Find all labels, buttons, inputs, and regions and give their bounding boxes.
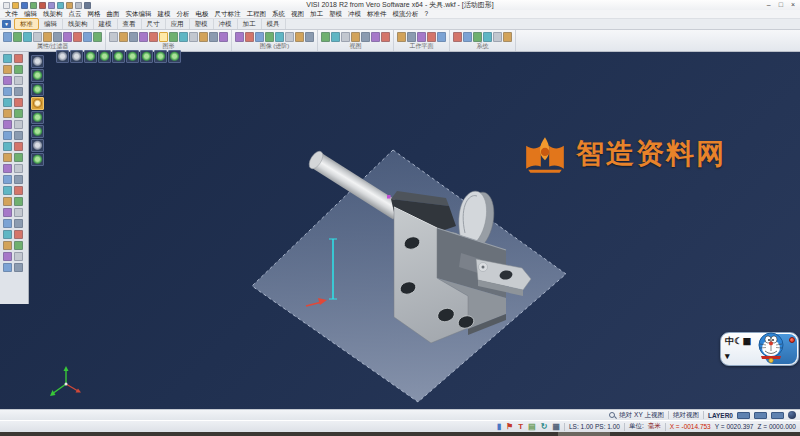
- menu-item-7[interactable]: 建模: [155, 10, 174, 18]
- ribbon-tool-icon[interactable]: [463, 32, 472, 42]
- text-tool-icon[interactable]: T: [518, 422, 523, 431]
- ribbon-tool-icon[interactable]: [407, 32, 416, 42]
- menu-item-10[interactable]: 尺寸标注: [212, 10, 244, 18]
- panel-tool-icon[interactable]: [14, 186, 23, 195]
- ribbon-tool-icon[interactable]: [109, 32, 118, 42]
- ribbon-tool-icon[interactable]: [245, 32, 254, 42]
- tab-5[interactable]: 尺寸: [142, 19, 166, 29]
- customize-arrow-icon[interactable]: [84, 2, 91, 9]
- menu-item-19[interactable]: ?: [422, 10, 432, 18]
- tab-9[interactable]: 加工: [238, 19, 262, 29]
- grid-icon[interactable]: ▦: [552, 422, 560, 431]
- ribbon-tool-icon[interactable]: [321, 32, 330, 42]
- panel-tool-icon[interactable]: [3, 153, 12, 162]
- panel-tool-icon[interactable]: [3, 219, 12, 228]
- save-icon[interactable]: [21, 2, 28, 9]
- panel-tool-icon[interactable]: [14, 54, 23, 63]
- panel-tool-icon[interactable]: [3, 76, 12, 85]
- panel-tool-icon[interactable]: [14, 252, 23, 261]
- menu-item-14[interactable]: 加工: [307, 10, 326, 18]
- ime-status-widget[interactable]: 中☾▦▾: [720, 329, 799, 369]
- panel-tool-icon[interactable]: [3, 131, 12, 140]
- paste-icon[interactable]: [57, 2, 64, 9]
- ribbon-tool-icon[interactable]: [169, 32, 178, 42]
- viewport-3d[interactable]: [0, 52, 800, 409]
- panel-tool-icon[interactable]: [14, 164, 23, 173]
- menu-item-11[interactable]: 工程图: [244, 10, 270, 18]
- maximize-button[interactable]: □: [779, 1, 783, 9]
- ribbon-tool-icon[interactable]: [83, 32, 92, 42]
- tab-3[interactable]: 建模: [94, 19, 118, 29]
- close-button[interactable]: ×: [791, 1, 795, 9]
- side-button-5[interactable]: [31, 125, 44, 138]
- save-as-icon[interactable]: [30, 2, 37, 9]
- side-button-4[interactable]: [31, 111, 44, 124]
- ribbon-tool-icon[interactable]: [275, 32, 284, 42]
- ribbon-tool-icon[interactable]: [427, 32, 436, 42]
- panel-tool-icon[interactable]: [14, 230, 23, 239]
- menu-item-15[interactable]: 塑模: [326, 10, 345, 18]
- tab-4[interactable]: 查看: [118, 19, 142, 29]
- ribbon-tool-icon[interactable]: [397, 32, 406, 42]
- ribbon-tool-icon[interactable]: [23, 32, 32, 42]
- panel-tool-icon[interactable]: [3, 186, 12, 195]
- panel-tool-icon[interactable]: [3, 197, 12, 206]
- ribbon-tool-icon[interactable]: [381, 32, 390, 42]
- side-button-7[interactable]: [31, 153, 44, 166]
- view-button-2[interactable]: [84, 50, 97, 63]
- ribbon-tool-icon[interactable]: [305, 32, 314, 42]
- panel-tool-icon[interactable]: [3, 241, 12, 250]
- new-file-icon[interactable]: [3, 2, 10, 9]
- refresh-icon[interactable]: ↻: [541, 422, 548, 431]
- tab-10[interactable]: 模具: [262, 19, 286, 29]
- panel-tool-icon[interactable]: [3, 142, 12, 151]
- menu-item-6[interactable]: 实体编辑: [123, 10, 155, 18]
- document-icon[interactable]: ▤: [528, 422, 536, 431]
- menu-arrow-icon[interactable]: ▾: [725, 351, 730, 362]
- tab-8[interactable]: 冲模: [214, 19, 238, 29]
- view-button-7[interactable]: [154, 50, 167, 63]
- panel-tool-icon[interactable]: [14, 76, 23, 85]
- menu-item-4[interactable]: 网格: [85, 10, 104, 18]
- ribbon-tool-icon[interactable]: [199, 32, 208, 42]
- panel-tool-icon[interactable]: [3, 208, 12, 217]
- ribbon-tool-icon[interactable]: [371, 32, 380, 42]
- panel-tool-icon[interactable]: [3, 98, 12, 107]
- panel-tool-icon[interactable]: [3, 109, 12, 118]
- menu-item-2[interactable]: 线架构: [40, 10, 66, 18]
- ribbon-tool-icon[interactable]: [149, 32, 158, 42]
- tab-6[interactable]: 应用: [166, 19, 190, 29]
- ribbon-tool-icon[interactable]: [53, 32, 62, 42]
- ribbon-tool-icon[interactable]: [255, 32, 264, 42]
- ribbon-tool-icon[interactable]: [33, 32, 42, 42]
- side-button-6[interactable]: [31, 139, 44, 152]
- ribbon-tool-icon[interactable]: [437, 32, 446, 42]
- panel-tool-icon[interactable]: [3, 230, 12, 239]
- tab-0[interactable]: 标准: [14, 18, 39, 30]
- ribbon-tool-icon[interactable]: [129, 32, 138, 42]
- copy-icon[interactable]: [48, 2, 55, 9]
- ribbon-tool-icon[interactable]: [93, 32, 102, 42]
- panel-tool-icon[interactable]: [14, 120, 23, 129]
- side-button-1[interactable]: [31, 69, 44, 82]
- panel-tool-icon[interactable]: [14, 175, 23, 184]
- panel-tool-icon[interactable]: [14, 65, 23, 74]
- panel-tool-icon[interactable]: [14, 131, 23, 140]
- side-button-3[interactable]: [31, 97, 44, 110]
- panel-tool-icon[interactable]: [3, 252, 12, 261]
- view-button-8[interactable]: [168, 50, 181, 63]
- panel-tool-icon[interactable]: [14, 87, 23, 96]
- ribbon-tool-icon[interactable]: [139, 32, 148, 42]
- view-button-6[interactable]: [140, 50, 153, 63]
- side-button-2[interactable]: [31, 83, 44, 96]
- panel-tool-icon[interactable]: [14, 241, 23, 250]
- ribbon-tool-icon[interactable]: [219, 32, 228, 42]
- ribbon-tool-icon[interactable]: [341, 32, 350, 42]
- ime-close-button[interactable]: [789, 337, 795, 343]
- menu-item-17[interactable]: 标准件: [364, 10, 390, 18]
- ribbon-tool-icon[interactable]: [331, 32, 340, 42]
- redo-icon[interactable]: [75, 2, 82, 9]
- ribbon-tool-icon[interactable]: [73, 32, 82, 42]
- panel-tool-icon[interactable]: [3, 87, 12, 96]
- soft-keyboard-icon[interactable]: ▦: [742, 336, 751, 347]
